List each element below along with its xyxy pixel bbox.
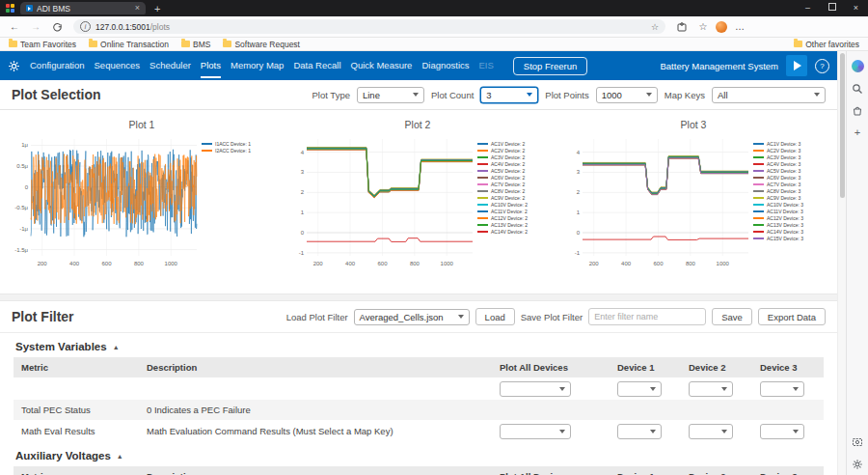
back-button[interactable]: ← <box>6 16 23 37</box>
legend-item[interactable]: AC10V Device: 2 <box>477 201 549 208</box>
favorite-star-icon[interactable]: ☆ <box>651 22 659 32</box>
address-bar[interactable]: i 127.0.0.1:5001/plots ☆ <box>73 19 665 34</box>
device-3-select[interactable] <box>760 424 804 439</box>
help-icon[interactable]: ? <box>815 59 829 73</box>
nav-item-scheduler[interactable]: Scheduler <box>149 51 191 80</box>
browser-tab[interactable]: ADI BMS × <box>20 2 146 14</box>
legend-item[interactable]: AC13V Device: 2 <box>477 221 549 228</box>
legend-item[interactable]: AC1V Device: 3 <box>753 140 825 147</box>
legend-item[interactable]: AC8V Device: 3 <box>753 187 825 194</box>
device-2-select[interactable] <box>689 424 733 439</box>
nav-item-configuration[interactable]: Configuration <box>30 51 85 80</box>
device-1-select[interactable] <box>617 424 662 439</box>
profile-avatar[interactable] <box>716 21 727 33</box>
legend-item[interactable]: AC2V Device: 2 <box>477 147 549 154</box>
load-filter-select[interactable]: Averaged_Cells.json <box>354 309 470 325</box>
legend-item[interactable]: AC10V Device: 3 <box>753 201 825 208</box>
legend-item[interactable]: AC1V Device: 2 <box>477 140 549 147</box>
legend-item[interactable]: AC3V Device: 3 <box>753 154 825 160</box>
plot-all-devices-select[interactable] <box>500 424 571 439</box>
shopping-icon[interactable] <box>852 104 864 117</box>
device-1-select[interactable] <box>617 381 662 397</box>
legend-item[interactable]: AC9V Device: 3 <box>753 194 825 201</box>
legend-item[interactable]: AC7V Device: 2 <box>477 181 549 187</box>
favorites-menu-icon[interactable]: ☆ <box>694 16 712 37</box>
maximize-button[interactable] <box>820 0 844 16</box>
plot-canvas[interactable]: 200400600800100043210-1 <box>283 133 475 268</box>
legend-item[interactable]: I1ACC Device: 1 <box>202 140 273 147</box>
minimize-button[interactable]: – <box>796 0 820 16</box>
legend-item[interactable]: AC15V Device: 3 <box>753 235 825 241</box>
other-favorites[interactable]: Other favorites <box>794 40 859 49</box>
legend-item[interactable]: AC14V Device: 2 <box>477 228 549 235</box>
map-keys-select[interactable]: All <box>712 87 826 103</box>
legend-item[interactable]: AC7V Device: 3 <box>753 181 825 187</box>
forward-button[interactable]: → <box>27 16 44 37</box>
plot-all-devices-select[interactable] <box>500 381 571 397</box>
legend-item[interactable]: AC5V Device: 3 <box>753 167 825 174</box>
search-icon[interactable] <box>852 82 864 95</box>
legend-item[interactable]: AC6V Device: 3 <box>753 174 825 181</box>
export-data-button[interactable]: Export Data <box>758 308 826 325</box>
plot-canvas[interactable]: 20040060080010001μ0.5μ0-0.5μ-1μ-1.5μ <box>7 133 200 268</box>
save-button[interactable]: Save <box>712 308 752 325</box>
favorite-item-team-favorites[interactable]: Team Favorites <box>9 40 76 49</box>
refresh-button[interactable] <box>48 16 66 37</box>
close-button[interactable]: × <box>844 0 868 16</box>
settings-menu-icon[interactable]: … <box>731 16 748 37</box>
tab-close-icon[interactable]: × <box>135 2 140 14</box>
legend-item[interactable]: AC11V Device: 2 <box>477 208 549 214</box>
legend-item[interactable]: AC13V Device: 3 <box>753 221 825 228</box>
extensions-icon[interactable] <box>673 16 691 37</box>
nav-item-eis[interactable]: EIS <box>479 51 494 80</box>
load-button[interactable]: Load <box>475 308 515 325</box>
nav-item-memory-map[interactable]: Memory Map <box>231 51 284 80</box>
stop-freerun-button[interactable]: Stop Freerun <box>513 57 587 75</box>
select-cell <box>752 420 824 442</box>
copilot-icon[interactable] <box>852 60 864 72</box>
legend-item[interactable]: AC3V Device: 2 <box>477 154 549 160</box>
plot-count-select[interactable]: 3 <box>480 87 538 103</box>
gear-icon[interactable] <box>8 60 20 72</box>
new-tab-button[interactable]: + <box>154 3 160 14</box>
page-scrollbar[interactable] <box>837 51 846 475</box>
edge-sidebar: + <box>846 51 868 475</box>
nav-item-sequences[interactable]: Sequences <box>95 51 141 80</box>
device-3-select[interactable] <box>760 381 804 397</box>
legend-item[interactable]: AC9V Device: 2 <box>477 194 549 201</box>
legend-item[interactable]: AC12V Device: 2 <box>477 214 549 221</box>
site-info-icon[interactable]: i <box>80 21 91 32</box>
scrollbar-thumb[interactable] <box>840 53 845 198</box>
page-title: Plot Selection <box>12 87 101 102</box>
plot-type-select[interactable]: Line <box>357 87 424 103</box>
filter-name-input[interactable] <box>588 308 706 325</box>
plot-points-select[interactable]: 1000 <box>596 87 658 103</box>
legend-item[interactable]: AC12V Device: 3 <box>753 214 825 221</box>
favorite-item-software-request[interactable]: Software Request <box>223 40 300 49</box>
adi-logo[interactable] <box>786 55 807 76</box>
device-2-select[interactable] <box>689 381 733 397</box>
legend-item[interactable]: AC5V Device: 2 <box>477 167 549 174</box>
legend-item[interactable]: AC2V Device: 3 <box>753 147 825 154</box>
plot-canvas[interactable]: 200400600800100043210-1 <box>558 133 751 268</box>
workspace-icon[interactable] <box>6 4 14 13</box>
legend-item[interactable]: AC8V Device: 2 <box>477 187 549 194</box>
settings-icon[interactable] <box>852 458 864 470</box>
legend-swatch <box>477 190 488 192</box>
legend-item[interactable]: AC4V Device: 3 <box>753 160 825 167</box>
legend-item[interactable]: AC11V Device: 3 <box>753 208 825 214</box>
legend-item[interactable]: I2ACC Device: 1 <box>202 147 273 154</box>
system-variables-header[interactable]: System Variables ▲ <box>0 333 837 357</box>
add-sidebar-item-icon[interactable]: + <box>852 126 864 139</box>
nav-item-plots[interactable]: Plots <box>201 51 221 80</box>
legend-item[interactable]: AC14V Device: 3 <box>753 228 825 235</box>
nav-item-data-recall[interactable]: Data Recall <box>293 51 340 80</box>
screenshot-icon[interactable] <box>852 435 864 448</box>
legend-item[interactable]: AC4V Device: 2 <box>477 160 549 167</box>
favorite-item-online-transaction[interactable]: Online Transaction <box>89 40 169 49</box>
auxiliary-voltages-header[interactable]: Auxiliary Voltages ▲ <box>0 442 837 466</box>
favorite-item-bms[interactable]: BMS <box>181 40 210 49</box>
nav-item-quick-measure[interactable]: Quick Measure <box>351 51 413 80</box>
nav-item-diagnostics[interactable]: Diagnostics <box>421 51 469 80</box>
legend-item[interactable]: AC6V Device: 2 <box>477 174 549 181</box>
